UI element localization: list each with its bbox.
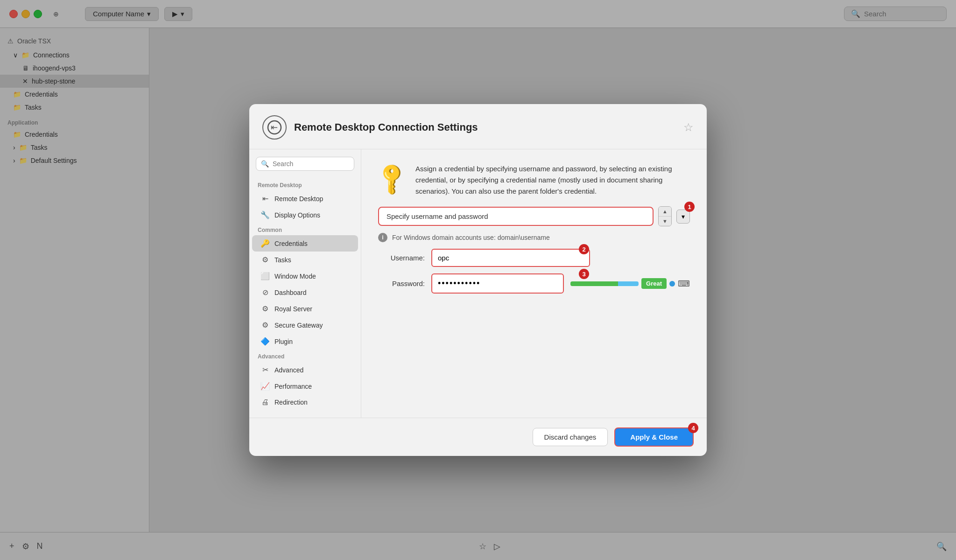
key-icon: 🔑 — [373, 159, 411, 197]
password-input[interactable] — [431, 273, 564, 294]
credentials-nav-icon: 🔑 — [260, 239, 270, 248]
dialog-footer: Discard changes Apply & Close 4 — [249, 418, 707, 456]
credentials-nav-label: Credentials — [274, 240, 308, 247]
credential-mode-label: Specify username and password — [387, 212, 488, 220]
nav-item-performance[interactable]: 📈 Performance — [252, 378, 358, 394]
discard-changes-button[interactable]: Discard changes — [533, 428, 608, 446]
advanced-label: Advanced — [274, 366, 303, 374]
badge-4: 4 — [688, 423, 698, 433]
keyboard-icon[interactable]: ⌨ — [678, 279, 690, 289]
nav-item-royal-server[interactable]: ⚙ Royal Server — [252, 301, 358, 317]
svg-text:⇤: ⇤ — [271, 123, 278, 132]
redirection-icon: 🖨 — [260, 398, 270, 406]
tasks-nav-label: Tasks — [274, 256, 291, 264]
dialog-body: 🔍 Remote Desktop ⇤ Remote Desktop 🔧 Disp… — [249, 149, 707, 418]
badge-1: 1 — [684, 202, 695, 212]
rdp-icon: ⇤ — [262, 115, 287, 140]
royal-server-icon: ⚙ — [260, 304, 270, 313]
plugin-label: Plugin — [274, 338, 293, 345]
nav-item-credentials[interactable]: 🔑 Credentials — [252, 235, 358, 252]
nav-item-secure-gateway[interactable]: ⚙ Secure Gateway — [252, 317, 358, 333]
info-icon: i — [378, 233, 387, 242]
nav-section-advanced: Advanced — [249, 350, 361, 362]
username-row: Username: 2 — [378, 249, 690, 267]
remote-desktop-nav-icon: ⇤ — [260, 194, 270, 203]
badge-2: 2 — [579, 244, 589, 254]
dialog-header: ⇤ Remote Desktop Connection Settings ☆ — [249, 104, 707, 149]
nav-item-redirection[interactable]: 🖨 Redirection — [252, 394, 358, 410]
secure-gateway-label: Secure Gateway — [274, 322, 323, 329]
password-strength: Great ⌨ — [570, 278, 690, 289]
stepper-down-button[interactable]: ▼ — [659, 217, 671, 226]
nav-search[interactable]: 🔍 — [256, 157, 354, 171]
password-strength-label: Great — [641, 278, 667, 289]
app-background: ⊕ Computer Name ▾ ▶ ▾ 🔍 ⚠ Oracle TSX ∨ 📁… — [0, 0, 956, 560]
username-input[interactable] — [431, 249, 590, 267]
dialog-nav: 🔍 Remote Desktop ⇤ Remote Desktop 🔧 Disp… — [249, 149, 361, 418]
dialog: ⇤ Remote Desktop Connection Settings ☆ 🔍… — [249, 104, 707, 456]
nav-item-plugin[interactable]: 🔷 Plugin — [252, 333, 358, 350]
nav-item-display-options[interactable]: 🔧 Display Options — [252, 207, 358, 223]
advanced-icon: ✂ — [260, 365, 270, 374]
royal-server-label: Royal Server — [274, 305, 312, 313]
dialog-title: Remote Desktop Connection Settings — [294, 121, 676, 133]
nav-section-remote-desktop: Remote Desktop — [249, 178, 361, 190]
nav-search-input[interactable] — [273, 160, 349, 168]
description-block: 🔑 Assign a credential by specifying user… — [378, 163, 690, 197]
credential-mode-row: Specify username and password ▲ ▼ ▾ 1 — [378, 206, 690, 226]
dashboard-label: Dashboard — [274, 289, 307, 296]
stepper-buttons: ▲ ▼ — [658, 206, 672, 226]
nav-section-common: Common — [249, 223, 361, 235]
apply-close-button[interactable]: Apply & Close — [614, 427, 694, 447]
nav-item-remote-desktop[interactable]: ⇤ Remote Desktop — [252, 190, 358, 207]
credential-mode-selector[interactable]: Specify username and password — [378, 207, 654, 226]
nav-search-icon: 🔍 — [261, 160, 269, 168]
dialog-content: 🔑 Assign a credential by specifying user… — [361, 149, 707, 418]
nav-item-dashboard[interactable]: ⊘ Dashboard — [252, 284, 358, 301]
display-options-icon: 🔧 — [260, 210, 270, 219]
window-mode-label: Window Mode — [274, 273, 316, 280]
domain-hint-text: For Windows domain accounts use: domain\… — [392, 234, 550, 241]
badge-3: 3 — [579, 269, 589, 279]
plugin-icon: 🔷 — [260, 337, 270, 346]
nav-item-window-mode[interactable]: ⬜ Window Mode — [252, 268, 358, 284]
password-strength-bar — [570, 281, 639, 286]
description-text: Assign a credential by specifying userna… — [415, 163, 690, 197]
window-mode-icon: ⬜ — [260, 272, 270, 280]
form-area: Specify username and password ▲ ▼ ▾ 1 i — [378, 206, 690, 294]
performance-label: Performance — [274, 383, 312, 390]
nav-item-tasks[interactable]: ⚙ Tasks — [252, 252, 358, 268]
dashboard-icon: ⊘ — [260, 288, 270, 297]
display-options-label: Display Options — [274, 211, 320, 219]
username-label: Username: — [378, 254, 425, 262]
tasks-nav-icon: ⚙ — [260, 255, 270, 264]
password-row: Password: 3 Great ⌨ — [378, 273, 690, 294]
password-strength-dot — [669, 281, 675, 287]
performance-icon: 📈 — [260, 382, 270, 391]
stepper-up-button[interactable]: ▲ — [659, 207, 671, 217]
secure-gateway-icon: ⚙ — [260, 321, 270, 329]
domain-hint-row: i For Windows domain accounts use: domai… — [378, 233, 690, 242]
remote-desktop-nav-label: Remote Desktop — [274, 195, 323, 203]
favorite-star-button[interactable]: ☆ — [683, 121, 694, 134]
redirection-label: Redirection — [274, 399, 308, 406]
nav-item-advanced[interactable]: ✂ Advanced — [252, 362, 358, 378]
password-label: Password: — [378, 280, 425, 287]
modal-overlay: ⇤ Remote Desktop Connection Settings ☆ 🔍… — [0, 0, 956, 560]
